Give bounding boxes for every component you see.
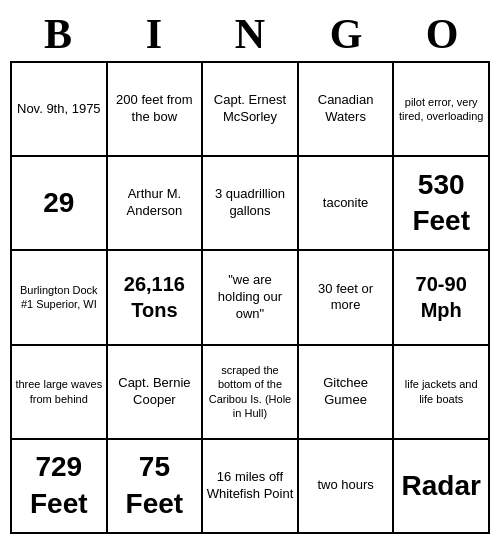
cell-r3-c1: Capt. Bernie Cooper (107, 345, 203, 439)
cell-r4-c2: 16 miles off Whitefish Point (202, 439, 298, 533)
bingo-letter-g: G (298, 10, 394, 58)
cell-r2-c0: Burlington Dock #1 Superior, WI (11, 250, 107, 344)
cell-r0-c2: Capt. Ernest McSorley (202, 62, 298, 156)
bingo-letter-i: I (106, 10, 202, 58)
cell-r1-c4: 530 Feet (393, 156, 489, 250)
cell-r2-c3: 30 feet or more (298, 250, 394, 344)
cell-r4-c4: Radar (393, 439, 489, 533)
cell-r0-c1: 200 feet from the bow (107, 62, 203, 156)
cell-r0-c4: pilot error, very tired, overloading (393, 62, 489, 156)
cell-r1-c1: Arthur M. Anderson (107, 156, 203, 250)
cell-r1-c2: 3 quadrillion gallons (202, 156, 298, 250)
bingo-title: BINGO (10, 10, 490, 58)
cell-r3-c2: scraped the bottom of the Caribou Is. (H… (202, 345, 298, 439)
cell-r3-c0: three large waves from behind (11, 345, 107, 439)
bingo-letter-b: B (10, 10, 106, 58)
cell-r1-c0: 29 (11, 156, 107, 250)
cell-r0-c3: Canadian Waters (298, 62, 394, 156)
cell-r3-c3: Gitchee Gumee (298, 345, 394, 439)
cell-r2-c4: 70-90 Mph (393, 250, 489, 344)
bingo-letter-o: O (394, 10, 490, 58)
cell-r4-c0: 729 Feet (11, 439, 107, 533)
cell-r0-c0: Nov. 9th, 1975 (11, 62, 107, 156)
cell-r4-c1: 75 Feet (107, 439, 203, 533)
bingo-grid: Nov. 9th, 1975200 feet from the bowCapt.… (10, 62, 490, 534)
cell-r1-c3: taconite (298, 156, 394, 250)
cell-r4-c3: two hours (298, 439, 394, 533)
cell-r2-c1: 26,116 Tons (107, 250, 203, 344)
cell-r3-c4: life jackets and life boats (393, 345, 489, 439)
bingo-letter-n: N (202, 10, 298, 58)
cell-r2-c2: "we are holding our own" (202, 250, 298, 344)
